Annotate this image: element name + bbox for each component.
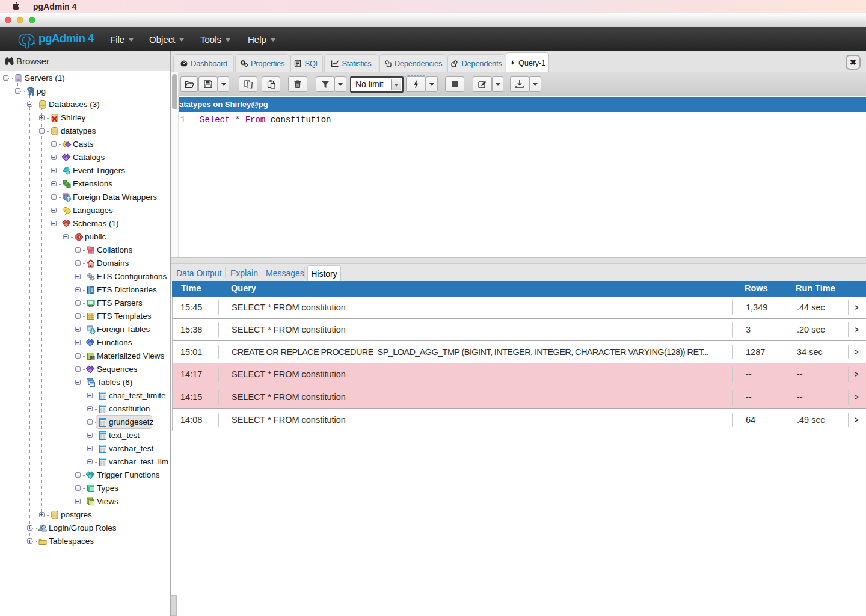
svg-text:M: M xyxy=(91,356,94,360)
